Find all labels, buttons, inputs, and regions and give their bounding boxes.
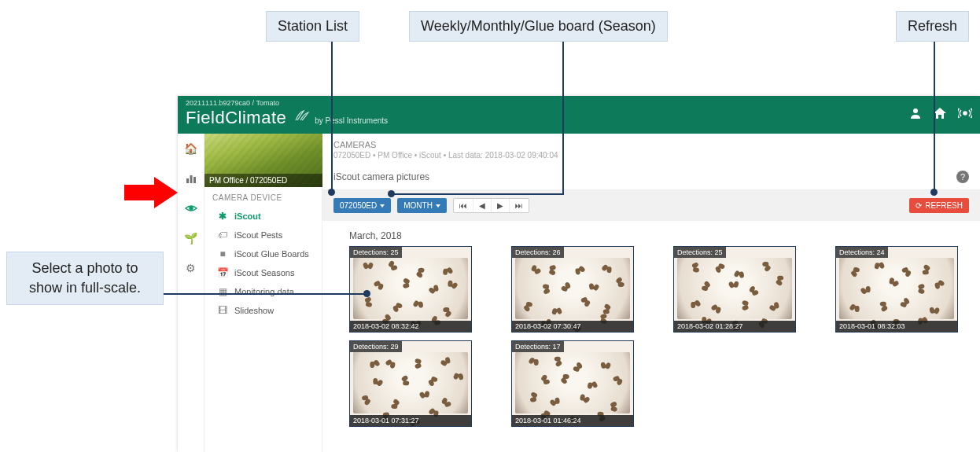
photo-thumbnail[interactable]: Detections: 252018-03-02 08:32:42 xyxy=(349,246,472,333)
pager: ⏮ ◀ ▶ ⏭ xyxy=(453,198,529,213)
photo-detections-label: Detections: 17 xyxy=(512,341,564,352)
photo-detections-label: Detections: 26 xyxy=(512,247,564,258)
top-bar: 20211111.b9279ca0 / Tomato FieldClimate … xyxy=(178,96,980,134)
photo-thumbnail[interactable]: Detections: 292018-03-01 07:31:27 xyxy=(349,340,472,427)
sidebar-item-monitoring[interactable]: ▦ Monitoring data xyxy=(204,282,322,301)
photo-detections-label: Detections: 29 xyxy=(350,341,402,352)
user-icon[interactable] xyxy=(909,107,922,123)
photo-thumbnail[interactable]: Detections: 252018-03-02 01:28:27 xyxy=(673,246,796,333)
rail-eye[interactable] xyxy=(178,198,204,219)
callout-period: Weekly/Monthly/Glue board (Season) xyxy=(409,11,668,42)
sidebar-item-slideshow[interactable]: 🎞 Slideshow xyxy=(204,301,322,320)
photo-thumbnail[interactable]: Detections: 242018-03-01 08:32:03 xyxy=(835,246,958,333)
sidebar-item-iscout[interactable]: ✱ iScout xyxy=(204,207,322,226)
logo-subtitle: by Pessl Instruments xyxy=(315,116,388,125)
film-icon: 🎞 xyxy=(217,305,228,316)
period-dropdown[interactable]: MONTH xyxy=(397,198,447,213)
photo-timestamp-label: 2018-03-01 07:31:27 xyxy=(350,415,471,426)
svg-rect-6 xyxy=(193,177,196,183)
refresh-button[interactable]: ⟳ REFRESH xyxy=(909,198,969,213)
calendar-icon: 📅 xyxy=(217,267,228,278)
leaf-icon xyxy=(294,108,310,126)
svg-point-1 xyxy=(913,108,918,113)
photo-timestamp-label: 2018-03-01 01:46:24 xyxy=(512,415,633,426)
photo-timestamp-label: 2018-03-02 01:28:27 xyxy=(674,321,795,332)
sidebar-item-label: Slideshow xyxy=(234,306,274,315)
broadcast-icon[interactable] xyxy=(958,107,972,123)
pager-prev[interactable]: ◀ xyxy=(473,199,492,212)
breadcrumb: 20211111.b9279ca0 / Tomato xyxy=(186,99,279,107)
photo-thumbnail[interactable]: Detections: 262018-03-02 07:30:47 xyxy=(511,246,634,333)
photo-timestamp-label: 2018-03-01 08:32:03 xyxy=(836,321,957,332)
station-dropdown[interactable]: 072050ED xyxy=(333,198,391,213)
callout-refresh: Refresh xyxy=(896,11,969,42)
logo: FieldClimate by Pessl Instruments xyxy=(186,108,388,128)
rail-chart[interactable] xyxy=(178,168,204,189)
pager-last[interactable]: ⏭ xyxy=(510,199,529,212)
photo-detections-label: Detections: 25 xyxy=(674,247,726,258)
main-content: CAMERAS 072050ED • PM Office • iScout • … xyxy=(322,134,980,452)
grid-icon: ▦ xyxy=(217,286,228,297)
tag-icon: 🏷 xyxy=(217,230,228,241)
rail-home[interactable]: 🏠 xyxy=(178,138,204,159)
callout-select-photo: Select a photo to show in full-scale. xyxy=(6,252,164,305)
help-icon[interactable]: ? xyxy=(956,171,969,183)
pictures-label: iScout camera pictures xyxy=(333,171,429,182)
svg-marker-2 xyxy=(934,108,946,119)
svg-marker-0 xyxy=(124,177,178,208)
photo-detections-label: Detections: 25 xyxy=(350,247,402,258)
section-title: CAMERAS xyxy=(333,140,969,149)
svg-rect-4 xyxy=(186,178,189,183)
sidebar-item-label: iScout Seasons xyxy=(234,268,294,277)
sidebar-item-label: iScout xyxy=(234,211,261,221)
chevron-down-icon xyxy=(436,204,440,208)
sidebar-item-label: Monitoring data xyxy=(234,287,294,296)
sidebar-item-label: iScout Pests xyxy=(234,230,282,240)
svg-point-3 xyxy=(963,112,967,115)
svg-point-7 xyxy=(190,207,193,210)
sidebar-item-seasons[interactable]: 📅 iScout Seasons xyxy=(204,263,322,282)
month-label: March, 2018 xyxy=(349,230,969,241)
photo-timestamp-label: 2018-03-02 08:32:42 xyxy=(350,321,471,332)
photo-thumbnail[interactable]: Detections: 172018-03-01 01:46:24 xyxy=(511,340,634,427)
chevron-down-icon xyxy=(380,204,385,208)
refresh-icon: ⟳ xyxy=(916,201,922,210)
callout-station-list: Station List xyxy=(266,11,359,42)
sidebar-item-label: iScout Glue Boards xyxy=(234,249,309,259)
refresh-button-label: REFRESH xyxy=(925,201,963,210)
red-arrow-icon xyxy=(124,177,179,208)
sidebar-item-glue-boards[interactable]: ■ iScout Glue Boards xyxy=(204,244,322,263)
rail-plant[interactable]: 🌱 xyxy=(178,228,204,248)
logo-text: FieldClimate xyxy=(186,108,286,128)
station-hero-image[interactable]: PM Office / 072050ED xyxy=(204,134,322,187)
period-dropdown-label: MONTH xyxy=(403,201,433,210)
sidebar-item-pests[interactable]: 🏷 iScout Pests xyxy=(204,226,322,244)
bug-icon: ✱ xyxy=(217,211,228,222)
rail-settings[interactable]: ⚙ xyxy=(178,258,204,278)
photo-gallery: Detections: 252018-03-02 08:32:42Detecti… xyxy=(349,246,969,427)
section-subtitle: 072050ED • PM Office • iScout • Last dat… xyxy=(333,151,969,160)
photo-detections-label: Detections: 24 xyxy=(836,247,888,258)
sidebar-section-title: CAMERA DEVICE xyxy=(204,187,322,207)
photo-timestamp-label: 2018-03-02 07:30:47 xyxy=(512,321,633,332)
station-hero-overlay: PM Office / 072050ED xyxy=(204,174,322,187)
svg-rect-5 xyxy=(190,175,192,183)
pager-first[interactable]: ⏮ xyxy=(454,199,473,212)
square-icon: ■ xyxy=(217,248,228,259)
station-dropdown-label: 072050ED xyxy=(340,201,377,210)
pager-next[interactable]: ▶ xyxy=(492,199,510,212)
app-window: 20211111.b9279ca0 / Tomato FieldClimate … xyxy=(178,96,980,452)
